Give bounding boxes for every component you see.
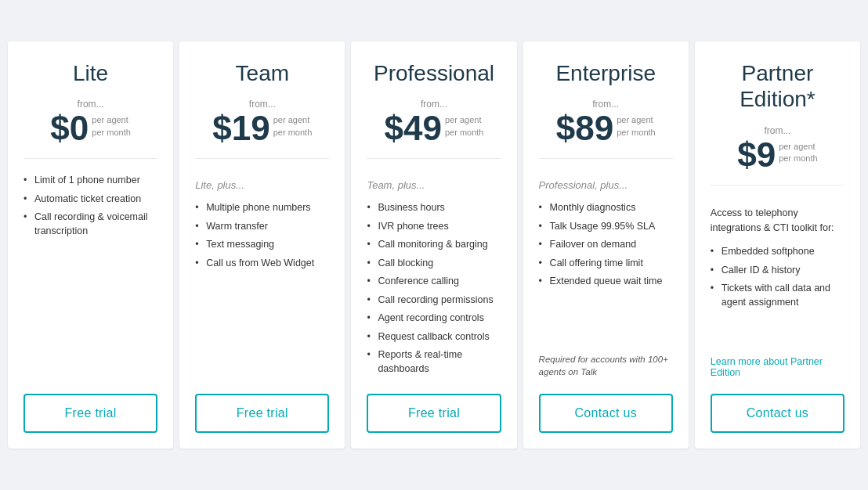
cta-section-team: Free trial <box>195 378 329 433</box>
list-item: Tickets with call data and agent assignm… <box>711 279 844 312</box>
partner-edition-link[interactable]: Learn more about Partner Edition <box>711 356 844 378</box>
plan-card-team: Teamfrom...$19per agentper monthLite, pl… <box>179 41 345 449</box>
cta-section-partner: Contact us <box>711 378 844 433</box>
list-item: Call blocking <box>367 254 501 273</box>
list-item: Text messaging <box>195 236 329 254</box>
from-label-partner: from... <box>711 125 844 136</box>
cta-button-enterprise[interactable]: Contact us <box>539 394 673 433</box>
price-details-team: per agentper month <box>273 111 313 139</box>
access-text-partner: Access to telephony integrations & CTI t… <box>711 206 844 236</box>
price-details-professional: per agentper month <box>445 111 484 139</box>
list-item: Call recording permissions <box>367 291 501 310</box>
list-item: Request callback controls <box>367 328 501 347</box>
pricing-container: Litefrom...$0per agentper monthLimit of … <box>8 41 860 449</box>
from-label-enterprise: from... <box>539 99 673 110</box>
features-list-partner: Embedded softphoneCaller ID & historyTic… <box>711 243 844 351</box>
price-row-professional: $49per agentper month <box>367 111 501 146</box>
from-label-professional: from... <box>367 99 501 110</box>
list-item: IVR phone trees <box>367 218 501 236</box>
cta-button-lite[interactable]: Free trial <box>24 394 157 433</box>
price-amount-lite: $0 <box>50 111 89 146</box>
features-list-professional: Business hoursIVR phone treesCall monito… <box>367 199 501 378</box>
price-row-partner: $9per agentper month <box>711 138 844 172</box>
list-item: Automatic ticket creation <box>24 190 157 209</box>
price-section-partner: from...$9per agentper month <box>711 125 844 186</box>
price-section-lite: from...$0per agentper month <box>24 99 157 159</box>
list-item: Talk Usage 99.95% SLA <box>539 218 673 236</box>
list-item: Conference calling <box>367 272 501 291</box>
plan-name-partner: Partner Edition* <box>711 60 844 113</box>
note-text-enterprise: Required for accounts with 100+ agents o… <box>539 353 673 378</box>
price-section-team: from...$19per agentper month <box>195 99 329 159</box>
list-item: Embedded softphone <box>711 243 844 261</box>
cta-button-partner[interactable]: Contact us <box>711 394 844 433</box>
features-list-enterprise: Monthly diagnosticsTalk Usage 99.95% SLA… <box>539 199 673 344</box>
from-label-team: from... <box>195 99 329 110</box>
plan-card-enterprise: Enterprisefrom...$89per agentper monthPr… <box>523 41 689 449</box>
list-item: Failover on demand <box>539 236 673 254</box>
price-amount-professional: $49 <box>385 111 442 146</box>
list-item: Extended queue wait time <box>539 272 673 291</box>
features-list-team: Multiple phone numbersWarm transferText … <box>195 199 329 378</box>
price-amount-partner: $9 <box>737 138 776 172</box>
plan-name-team: Team <box>195 60 329 87</box>
plan-card-lite: Litefrom...$0per agentper monthLimit of … <box>8 41 173 449</box>
list-item: Business hours <box>367 199 501 218</box>
list-item: Call offering time limit <box>539 254 673 273</box>
list-item: Caller ID & history <box>711 261 844 280</box>
plan-name-lite: Lite <box>24 60 157 87</box>
plan-name-professional: Professional <box>367 60 501 87</box>
from-label-lite: from... <box>24 99 157 110</box>
price-row-enterprise: $89per agentper month <box>539 111 673 146</box>
list-item: Monthly diagnostics <box>539 199 673 218</box>
price-section-professional: from...$49per agentper month <box>367 99 501 159</box>
list-item: Call recording & voicemail transcription <box>24 208 157 240</box>
price-details-enterprise: per agentper month <box>617 111 656 139</box>
list-item: Call us from Web Widget <box>195 254 329 273</box>
features-list-lite: Limit of 1 phone numberAutomatic ticket … <box>24 171 157 378</box>
list-item: Warm transfer <box>195 218 329 236</box>
plus-label-enterprise: Professional, plus... <box>539 179 673 191</box>
cta-button-team[interactable]: Free trial <box>195 394 329 433</box>
price-section-enterprise: from...$89per agentper month <box>539 99 673 159</box>
cta-section-lite: Free trial <box>24 378 157 433</box>
plan-name-enterprise: Enterprise <box>539 60 673 87</box>
list-item: Reports & real-time dashboards <box>367 346 501 378</box>
plus-label-professional: Team, plus... <box>367 179 501 191</box>
price-amount-team: $19 <box>212 111 269 146</box>
plan-card-professional: Professionalfrom...$49per agentper month… <box>351 41 516 449</box>
price-details-lite: per agentper month <box>92 111 131 139</box>
plus-label-team: Lite, plus... <box>195 179 329 191</box>
cta-section-enterprise: Contact us <box>539 378 673 433</box>
list-item: Multiple phone numbers <box>195 199 329 218</box>
list-item: Agent recording controls <box>367 309 501 328</box>
list-item: Call monitoring & barging <box>367 236 501 254</box>
price-row-lite: $0per agentper month <box>24 111 157 146</box>
plan-card-partner: Partner Edition*from...$9per agentper mo… <box>695 41 860 449</box>
cta-section-professional: Free trial <box>367 378 501 433</box>
price-row-team: $19per agentper month <box>195 111 329 146</box>
list-item: Limit of 1 phone number <box>24 171 157 190</box>
price-details-partner: per agentper month <box>779 138 818 165</box>
price-amount-enterprise: $89 <box>556 111 613 146</box>
cta-button-professional[interactable]: Free trial <box>367 394 501 433</box>
